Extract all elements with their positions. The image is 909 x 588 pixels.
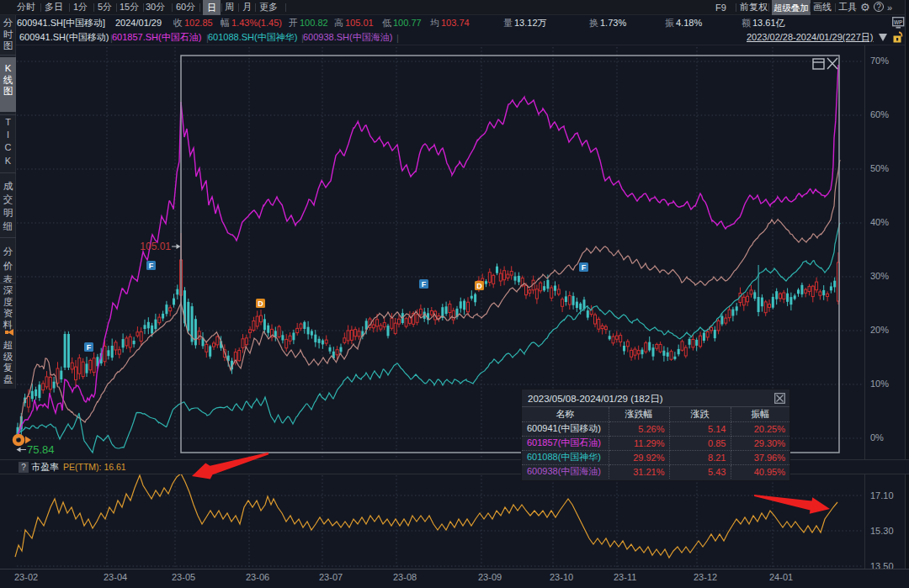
svg-text:F: F: [87, 343, 92, 352]
svg-text:D: D: [258, 299, 263, 308]
svg-text:F: F: [149, 262, 154, 270]
svg-text:D: D: [476, 282, 482, 290]
svg-text:105.01: 105.01: [140, 241, 171, 252]
svg-text:75.84: 75.84: [27, 443, 55, 456]
svg-text:F: F: [582, 263, 587, 272]
svg-text:WP: WP: [894, 19, 903, 25]
svg-text:F: F: [422, 280, 427, 289]
